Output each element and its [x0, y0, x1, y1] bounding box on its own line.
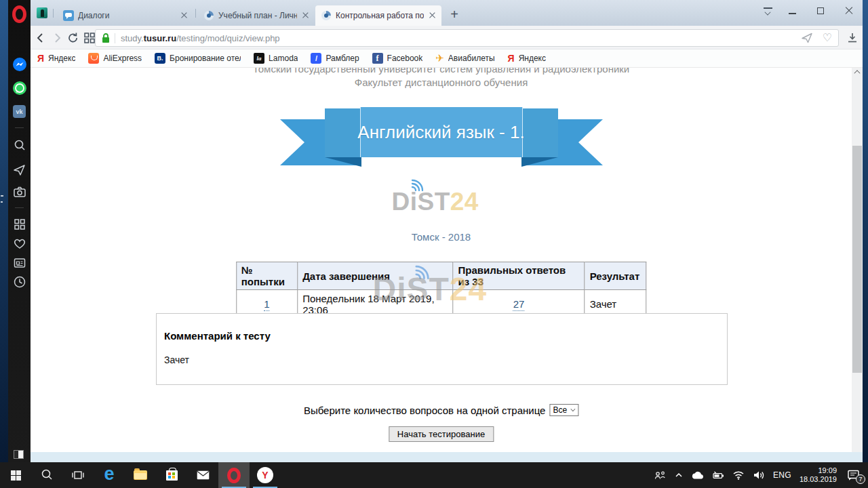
- tab-close-icon[interactable]: [181, 12, 188, 19]
- maximize-icon: [817, 7, 824, 14]
- taskbar-clock[interactable]: 19:09 18.03.2019: [800, 466, 837, 484]
- tab-study-plan[interactable]: Учебный план - Личный: [198, 5, 315, 26]
- notification-badge: 7: [856, 474, 865, 484]
- maximize-button[interactable]: [808, 0, 833, 22]
- personal-news-button[interactable]: [12, 256, 26, 270]
- heart-icon: ♡: [823, 33, 832, 43]
- yandex-browser-icon: Y: [257, 467, 273, 483]
- browser-window: Диалоги Учебный план - Личный Контрольна…: [8, 0, 863, 462]
- close-button[interactable]: [837, 0, 861, 22]
- bookmark-facebook[interactable]: fFacebook: [372, 53, 423, 64]
- messenger-button[interactable]: [12, 57, 26, 71]
- people-button[interactable]: [654, 471, 667, 480]
- tray-expand-button[interactable]: [675, 472, 683, 478]
- url-field[interactable]: study.tusur.ru/testing/mod/quiz/view.php…: [95, 29, 839, 47]
- course-banner: Английский язык - 1.: [280, 106, 603, 168]
- language-indicator[interactable]: ENG: [773, 470, 791, 480]
- logo-text-24: 24: [450, 188, 479, 216]
- file-explorer-button[interactable]: [125, 462, 156, 488]
- my-flow-sidebar-button[interactable]: [12, 163, 26, 177]
- grid-icon: [14, 218, 26, 230]
- address-bar: study.tusur.ru/testing/mod/quiz/view.php…: [31, 26, 863, 49]
- task-view-button[interactable]: [62, 462, 94, 488]
- bookmark-lamoda[interactable]: laLamoda: [254, 53, 298, 64]
- bookmark-rambler[interactable]: /Рамблер: [311, 53, 359, 64]
- tab-close-icon[interactable]: [429, 12, 436, 19]
- pinned-tab-favicon[interactable]: [37, 7, 47, 18]
- bookmark-booking[interactable]: B.Бронирование отел: [155, 53, 241, 64]
- my-flow-button[interactable]: [801, 33, 813, 43]
- comment-body: Зачет: [164, 354, 189, 365]
- url-domain: tusur.ru: [144, 33, 176, 43]
- lamoda-icon: la: [254, 53, 264, 64]
- opera-taskbar-button[interactable]: [218, 462, 250, 488]
- start-button[interactable]: [0, 462, 31, 488]
- per-page-label: Выберите количество вопросов на одной ст…: [304, 405, 546, 416]
- tab-search-button[interactable]: [755, 0, 780, 22]
- tab-dialogs[interactable]: Диалоги: [58, 5, 193, 26]
- col-date: Дата завершения: [298, 262, 453, 290]
- start-test-button[interactable]: Начать тестирование: [389, 426, 494, 442]
- scroll-up-icon[interactable]: [854, 70, 860, 76]
- col-correct: Правильных ответов из 33: [453, 262, 585, 290]
- tray-date: 18.03.2019: [800, 475, 837, 484]
- bookmark-avia[interactable]: ✈Авиабилеты: [435, 52, 494, 64]
- network-button[interactable]: [732, 470, 745, 480]
- tab-separator: [195, 9, 196, 18]
- task-view-icon: [72, 470, 84, 481]
- vk-button[interactable]: vk: [12, 104, 26, 119]
- microsoft-store-button[interactable]: [156, 462, 187, 488]
- sidebar-setup-button[interactable]: [14, 450, 24, 459]
- bookmark-yandex[interactable]: ЯЯндекс: [37, 53, 75, 64]
- sidebar-divider: [15, 207, 24, 208]
- scrollbar[interactable]: [852, 68, 863, 452]
- speaker-icon: [753, 470, 765, 480]
- correct-answers-link[interactable]: 27: [513, 298, 525, 311]
- table-header-row: № попытки Дата завершения Правильных отв…: [236, 262, 646, 290]
- bookmarks-bar: ЯЯндекс AliExpress B.Бронирование отел l…: [31, 49, 863, 68]
- chevron-up-icon: [675, 472, 683, 478]
- bookmark-yandex-2[interactable]: ЯЯндекс: [508, 53, 546, 64]
- whatsapp-button[interactable]: [12, 81, 26, 95]
- downloads-button[interactable]: [845, 31, 860, 45]
- yandex-browser-button[interactable]: Y: [250, 462, 281, 488]
- cloud-icon: [691, 471, 705, 480]
- desktop-icon-fragment: [1, 201, 3, 203]
- tab-close-icon[interactable]: [302, 12, 309, 19]
- windows-logo-icon: [11, 470, 21, 481]
- tab-quiz-active[interactable]: Контрольная работа по д: [315, 5, 441, 26]
- snapshot-button[interactable]: [12, 184, 26, 199]
- close-icon: [845, 7, 853, 15]
- per-page-select[interactable]: Все: [549, 404, 578, 416]
- onedrive-button[interactable]: [691, 471, 705, 480]
- back-button[interactable]: [33, 30, 48, 45]
- bookmarks-sidebar-button[interactable]: [12, 236, 26, 250]
- volume-button[interactable]: [753, 470, 765, 480]
- bookmark-heart-button[interactable]: ♡: [823, 33, 832, 43]
- page-content: Томский государственный университет сист…: [31, 68, 852, 452]
- taskbar-search-button[interactable]: [31, 462, 62, 488]
- reload-icon: [67, 32, 79, 44]
- minimize-button[interactable]: [780, 0, 804, 22]
- tab-separator: [53, 9, 54, 18]
- history-button[interactable]: [12, 274, 26, 289]
- action-center-button[interactable]: 7: [845, 468, 863, 483]
- reload-button[interactable]: [66, 30, 81, 45]
- speed-dial-sidebar-button[interactable]: [12, 217, 26, 231]
- forward-button[interactable]: [50, 30, 64, 45]
- sidebar-search-button[interactable]: [12, 138, 26, 152]
- forward-icon: [51, 32, 63, 44]
- chat-icon: [63, 10, 74, 21]
- scrollbar-thumb[interactable]: [852, 146, 862, 373]
- mail-button[interactable]: [187, 462, 218, 488]
- messenger-icon: [13, 58, 26, 71]
- per-page-row: Выберите количество вопросов на одной ст…: [304, 404, 578, 416]
- edge-button[interactable]: e: [94, 462, 125, 488]
- new-tab-button[interactable]: +: [446, 5, 463, 23]
- bookmark-aliexpress[interactable]: AliExpress: [88, 53, 142, 64]
- mail-icon: [197, 470, 210, 480]
- tusur-favicon: [203, 10, 214, 21]
- battery-button[interactable]: [713, 471, 724, 479]
- opera-menu-button[interactable]: [12, 5, 26, 23]
- attempt-link[interactable]: 1: [264, 298, 269, 311]
